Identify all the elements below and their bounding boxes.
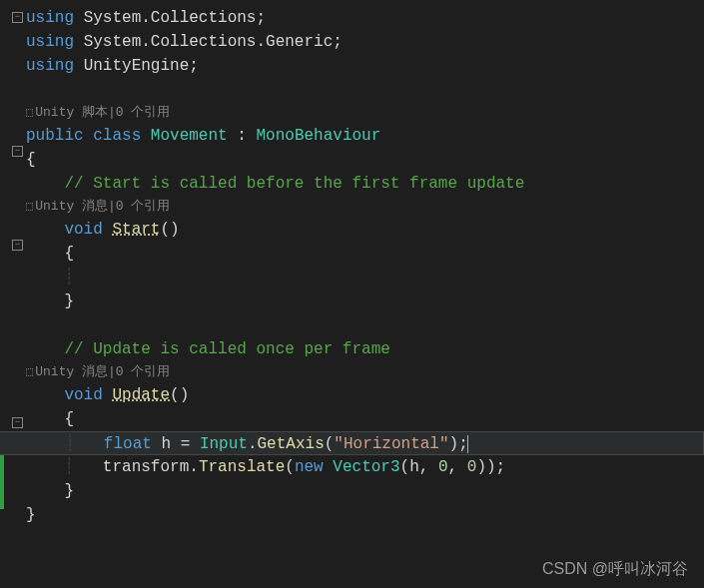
keyword-using: using [26,33,74,51]
brace-line[interactable]: { [26,407,704,431]
fold-icon[interactable]: − [12,12,23,23]
code-line[interactable]: using System.Collections; [26,6,704,30]
keyword-using: using [26,9,74,27]
parens: () [160,221,179,239]
fold-icon[interactable]: − [12,417,23,428]
blank-line[interactable] [26,313,704,337]
brace: } [64,482,74,500]
blank-line[interactable]: ┊ [26,266,704,290]
brace: { [64,410,74,428]
method-name: Start [112,221,160,239]
type-name: Vector3 [333,458,399,476]
variable: transform [103,458,189,476]
brace-line[interactable]: } [26,290,704,313]
brace: { [26,151,36,169]
base-class: MonoBehaviour [256,127,380,145]
class-name: Movement [151,127,228,145]
code-line[interactable]: using System.Collections.Generic; [26,30,704,54]
code-line[interactable]: using UnityEngine; [26,54,704,78]
unity-icon: ⬚ [26,102,33,124]
keyword-float: float [104,435,152,453]
codelens-method[interactable]: ⬚Unity 消息|0 个引用 [26,196,704,218]
code-editor[interactable]: − − − − using System.Collections; using … [0,0,704,588]
parens: () [170,386,189,404]
method-call: Translate [199,458,285,476]
code-line[interactable]: // Start is called before the first fram… [26,172,704,196]
blank-line[interactable] [26,78,704,102]
code-line[interactable]: ┊ transform.Translate(new Vector3(h, 0, … [26,455,704,479]
keyword-class: class [93,127,141,145]
watermark-text: CSDN @呼叫冰河谷 [542,559,688,580]
codelens-text: Unity 脚本|0 个引用 [35,105,170,120]
argument: h [409,458,419,476]
comment: // Start is called before the first fram… [64,175,524,193]
current-line[interactable]: ┊ float h = Input.GetAxis("Horizontal"); [0,431,704,455]
left-margin [0,0,10,588]
fold-icon[interactable]: − [12,240,23,251]
class-ref: Input [200,435,248,453]
brace-line[interactable]: } [26,503,704,527]
brace-line[interactable]: { [26,148,704,172]
code-line[interactable]: void Start() [26,218,704,242]
unity-icon: ⬚ [26,361,33,383]
comment: // Update is called once per frame [64,340,389,358]
brace-line[interactable]: { [26,242,704,266]
brace: } [26,506,36,524]
fold-icon[interactable]: − [12,146,23,157]
code-line[interactable]: // Update is called once per frame [26,337,704,361]
brace: } [64,293,74,310]
code-line[interactable]: public class Movement : MonoBehaviour [26,124,704,148]
operator: = [171,435,200,453]
code-content[interactable]: using System.Collections; using System.C… [26,0,704,588]
fold-gutter: − − − − [10,0,26,588]
brace-line[interactable]: } [26,479,704,503]
unity-icon: ⬚ [26,196,33,218]
keyword-using: using [26,57,74,75]
method-call: GetAxis [258,435,325,453]
codelens-text: Unity 消息|0 个引用 [35,199,170,214]
keyword-new: new [295,458,324,476]
string-literal: "Horizontal" [334,435,448,453]
text-cursor [467,435,468,453]
codelens-method[interactable]: ⬚Unity 消息|0 个引用 [26,361,704,383]
namespace: System.Collections.Generic [84,33,334,51]
variable: h [161,435,171,453]
namespace: System.Collections [84,9,257,27]
number-literal: 0 [467,458,477,476]
method-name: Update [112,386,170,404]
codelens-class[interactable]: ⬚Unity 脚本|0 个引用 [26,102,704,124]
number-literal: 0 [438,458,448,476]
code-line[interactable]: void Update() [26,383,704,407]
keyword-public: public [26,127,84,145]
keyword-void: void [64,221,102,239]
codelens-text: Unity 消息|0 个引用 [35,364,170,379]
namespace: UnityEngine [84,57,190,75]
keyword-void: void [64,386,102,404]
brace: { [64,245,74,263]
